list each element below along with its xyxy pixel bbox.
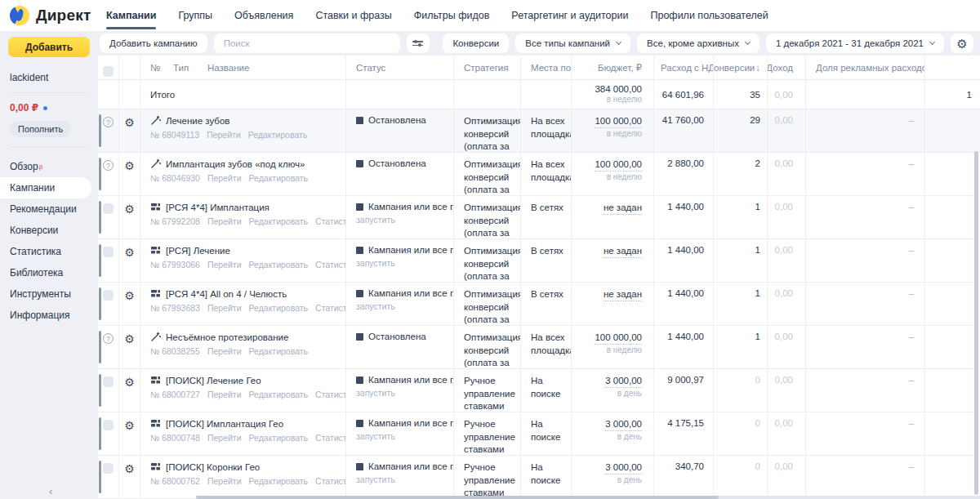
- budget-value[interactable]: 3 000,00: [605, 418, 642, 431]
- row-action-link[interactable]: Статистика: [315, 476, 346, 486]
- topup-button[interactable]: Пополнить: [10, 121, 71, 137]
- sidebar-item-recommendations[interactable]: Рекомендации: [0, 198, 98, 220]
- campaign-name[interactable]: [ПОИСК] Лечение Гео: [166, 376, 261, 385]
- row-action-link[interactable]: Статистика: [315, 260, 346, 270]
- campaign-name[interactable]: [РСЯ 4*4] Имплантация: [166, 203, 270, 212]
- row-checkbox[interactable]: [103, 463, 114, 474]
- start-campaign-link[interactable]: запустить: [356, 215, 453, 225]
- start-campaign-link[interactable]: запустить: [356, 431, 453, 441]
- row-action-link[interactable]: Статистика: [315, 433, 346, 443]
- row-action-link[interactable]: Перейти: [207, 173, 242, 183]
- row-checkbox[interactable]: [103, 290, 114, 301]
- campaign-type-dropdown[interactable]: Все типы кампаний: [515, 33, 630, 53]
- tab-campaigns[interactable]: Кампании: [106, 0, 156, 31]
- sidebar-item-statistics[interactable]: Статистика: [0, 241, 98, 262]
- row-gear-icon[interactable]: ⚙: [124, 463, 135, 498]
- add-button[interactable]: Добавить: [8, 37, 90, 57]
- row-drag-handle[interactable]: [99, 244, 101, 277]
- budget-value[interactable]: 3 000,00: [605, 375, 642, 388]
- vertical-scrollbar[interactable]: [974, 151, 978, 495]
- row-action-link[interactable]: Статистика: [315, 216, 346, 226]
- start-campaign-link[interactable]: запустить: [356, 388, 453, 398]
- table-settings-button[interactable]: ⚙: [951, 33, 973, 53]
- row-checkbox[interactable]: [103, 376, 114, 387]
- row-gear-icon[interactable]: ⚙: [124, 160, 135, 195]
- sidebar-item-library[interactable]: Библиотека: [0, 262, 98, 283]
- row-action-link[interactable]: Перейти: [207, 476, 242, 486]
- help-icon[interactable]: ?: [103, 117, 114, 127]
- row-drag-handle[interactable]: [99, 287, 101, 320]
- campaign-name[interactable]: Имплантация зубов «под ключ»: [166, 159, 305, 169]
- budget-value[interactable]: не задан: [604, 202, 642, 215]
- row-action-link[interactable]: Редактировать: [249, 390, 309, 399]
- budget-value[interactable]: 3 000,00: [605, 461, 642, 474]
- row-action-link[interactable]: Редактировать: [249, 260, 309, 270]
- tab-retargeting[interactable]: Ретаргетинг и аудитории: [511, 0, 628, 31]
- campaign-name[interactable]: [ПОИСК] Коронки Гео: [166, 462, 260, 472]
- row-action-link[interactable]: Перейти: [207, 390, 242, 399]
- sidebar-item-campaigns[interactable]: Кампании: [0, 177, 91, 198]
- row-action-link[interactable]: Перейти: [207, 303, 242, 313]
- horizontal-scrollbar[interactable]: [196, 496, 980, 499]
- row-gear-icon[interactable]: ⚙: [124, 247, 135, 282]
- budget-value[interactable]: 100 000,00: [595, 158, 642, 172]
- yandex-direct-logo[interactable]: Директ: [10, 6, 91, 25]
- sidebar-item-overview[interactable]: Обзор β: [0, 156, 98, 177]
- select-all-checkbox[interactable]: [103, 66, 114, 77]
- row-action-link[interactable]: Перейти: [207, 216, 242, 226]
- row-drag-handle[interactable]: [99, 158, 101, 190]
- row-action-link[interactable]: Редактировать: [249, 346, 309, 356]
- campaign-name[interactable]: [РСЯ 4*4] All on 4 / Челюсть: [166, 289, 287, 299]
- filter-settings-button[interactable]: [407, 33, 430, 53]
- campaign-name[interactable]: Лечение зубов: [166, 116, 229, 126]
- budget-value[interactable]: не задан: [604, 245, 642, 258]
- conversions-button[interactable]: Конверсии: [443, 33, 509, 53]
- tab-user-profiles[interactable]: Профили пользователей: [650, 0, 768, 31]
- campaign-name[interactable]: [ПОИСК] Имплантация Гео: [166, 419, 283, 429]
- search-input[interactable]: Поиск: [214, 33, 400, 53]
- row-action-link[interactable]: Редактировать: [248, 130, 308, 140]
- row-gear-icon[interactable]: ⚙: [124, 333, 135, 368]
- budget-value[interactable]: 100 000,00: [595, 332, 642, 345]
- row-gear-icon[interactable]: ⚙: [124, 376, 135, 412]
- row-action-link[interactable]: Перейти: [207, 433, 242, 443]
- row-checkbox[interactable]: [103, 203, 114, 214]
- row-action-link[interactable]: Редактировать: [249, 173, 309, 183]
- row-drag-handle[interactable]: [99, 331, 101, 363]
- row-action-link[interactable]: Перейти: [207, 346, 242, 356]
- sidebar-item-conversions[interactable]: Конверсии: [0, 220, 98, 241]
- row-action-link[interactable]: Редактировать: [249, 476, 309, 486]
- row-drag-handle[interactable]: [99, 374, 101, 407]
- date-range-dropdown[interactable]: 1 декабря 2021 - 31 декабря 2021: [766, 33, 944, 53]
- row-checkbox[interactable]: [103, 420, 114, 430]
- col-conversions[interactable]: Конверсии↓: [714, 56, 768, 79]
- tab-feed-filters[interactable]: Фильтры фидов: [414, 0, 490, 31]
- row-action-link[interactable]: Редактировать: [249, 433, 309, 443]
- row-drag-handle[interactable]: [99, 461, 101, 493]
- row-action-link[interactable]: Перейти: [207, 260, 242, 270]
- row-gear-icon[interactable]: ⚙: [124, 290, 135, 325]
- tab-groups[interactable]: Группы: [178, 0, 212, 31]
- row-drag-handle[interactable]: [99, 114, 101, 147]
- add-campaign-button[interactable]: Добавить кампанию: [100, 33, 207, 53]
- row-action-link[interactable]: Статистика: [315, 390, 346, 399]
- row-action-link[interactable]: Перейти: [207, 130, 241, 140]
- row-checkbox[interactable]: [103, 247, 114, 257]
- campaign-name[interactable]: Несъёмное протезирование: [166, 332, 288, 342]
- row-gear-icon[interactable]: ⚙: [124, 420, 135, 455]
- campaign-name[interactable]: [РСЯ] Лечение: [166, 246, 230, 256]
- start-campaign-link[interactable]: запустить: [356, 258, 453, 268]
- row-drag-handle[interactable]: [99, 201, 101, 234]
- account-name[interactable]: lackident: [10, 72, 88, 83]
- row-action-link[interactable]: Редактировать: [249, 216, 309, 226]
- budget-value[interactable]: 100 000,00: [595, 115, 642, 128]
- row-gear-icon[interactable]: ⚙: [124, 117, 135, 152]
- sidebar-item-information[interactable]: Информация: [0, 305, 98, 326]
- row-action-link[interactable]: Редактировать: [249, 303, 309, 313]
- row-drag-handle[interactable]: [99, 417, 101, 450]
- start-campaign-link[interactable]: запустить: [356, 301, 453, 311]
- help-icon[interactable]: ?: [103, 333, 114, 344]
- help-icon[interactable]: ?: [103, 160, 114, 171]
- start-campaign-link[interactable]: запустить: [356, 474, 453, 484]
- tab-bids-phrases[interactable]: Ставки и фразы: [315, 0, 391, 31]
